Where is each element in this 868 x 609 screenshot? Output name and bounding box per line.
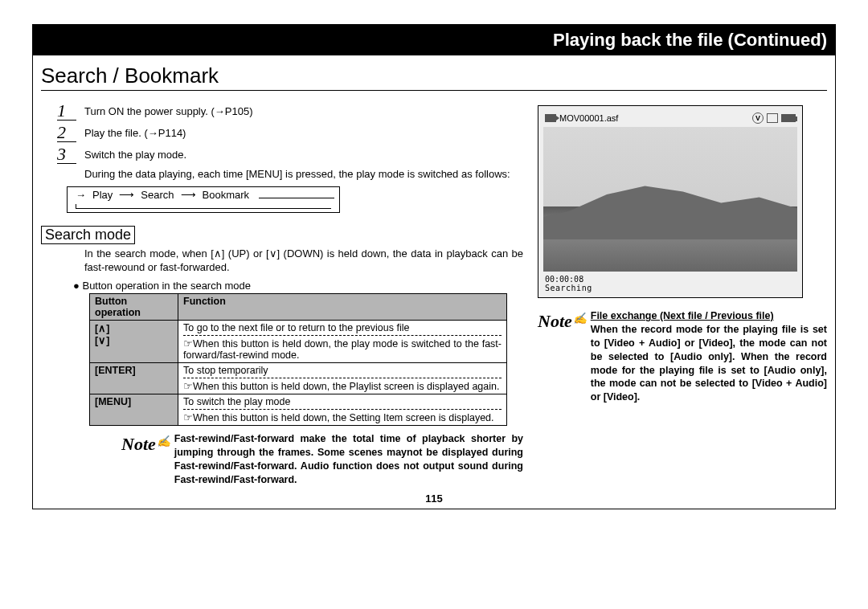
- func-menu: To switch the play mode ☞When this butto…: [178, 394, 507, 425]
- col-function: Function: [178, 293, 507, 320]
- btn-menu: [MENU]: [90, 394, 178, 425]
- step-2: 2 Play the file. (→P114): [57, 124, 523, 142]
- note-right-body: File exchange (Next file / Previous file…: [591, 309, 827, 404]
- flow-diagram: → Play ⟶ Search ⟶ Bookmark: [67, 186, 340, 213]
- note-icon: Note: [538, 309, 586, 333]
- ops-bullet: Button operation in the search mode: [73, 280, 523, 292]
- card-icon: [767, 113, 778, 123]
- col-button-op: Button operation: [90, 293, 178, 320]
- playback-time: 00:00:08: [545, 275, 796, 284]
- func-up-down: To go to the next file or to return to t…: [178, 320, 507, 362]
- step-number: 1: [57, 102, 76, 121]
- step-3: 3 Switch the play mode.: [57, 145, 523, 164]
- step-number: 3: [57, 145, 76, 164]
- step-text: Play the file. (→P114): [84, 124, 186, 139]
- step-3-sub: During the data playing, each time [MENU…: [84, 167, 523, 182]
- note-left: Note Fast-rewind/Fast-forward make the t…: [121, 432, 523, 487]
- page-number: 115: [33, 493, 835, 505]
- note-icon: Note: [121, 432, 170, 456]
- func-enter: To stop temporarily ☞When this button is…: [178, 362, 507, 394]
- screen-status-icons: V: [752, 112, 796, 124]
- screen-filename: MOV00001.asf: [545, 113, 618, 123]
- video-frame: [543, 127, 797, 272]
- flow-play: Play: [92, 189, 113, 201]
- step-1: 1 Turn ON the power supply. (→P105): [57, 102, 523, 121]
- note-right: Note File exchange (Next file / Previous…: [538, 309, 827, 404]
- search-mode-heading: Search mode: [41, 226, 135, 244]
- section-title: Search / Bookmark: [41, 63, 827, 91]
- note-right-text: When the record mode for the playing fil…: [591, 324, 827, 403]
- note-left-text: Fast-rewind/Fast-forward make the total …: [174, 432, 523, 487]
- playback-status: Searching: [545, 284, 796, 292]
- playback-screen: MOV00001.asf V 00:00:08 Searching: [538, 105, 803, 298]
- manual-page: Playing back the file (Continued) Search…: [32, 24, 836, 509]
- note-right-title: File exchange (Next file / Previous file…: [591, 310, 774, 321]
- step-number: 2: [57, 124, 76, 142]
- battery-icon: [781, 114, 796, 122]
- flow-search: Search: [141, 189, 174, 201]
- left-column: 1 Turn ON the power supply. (→P105) 2 Pl…: [41, 99, 523, 486]
- v-badge-icon: V: [752, 112, 764, 124]
- button-operations-table: Button operation Function [∧] [∨] To go …: [89, 293, 507, 426]
- flow-bookmark: Bookmark: [203, 189, 250, 201]
- btn-up-down: [∧] [∨]: [90, 320, 178, 362]
- search-mode-description: In the search mode, when [∧] (UP) or [∨]…: [84, 247, 523, 275]
- video-icon: [545, 114, 556, 122]
- step-text: Turn ON the power supply. (→P105): [84, 102, 253, 117]
- right-column: MOV00001.asf V 00:00:08 Searching: [538, 99, 827, 486]
- page-header: Playing back the file (Continued): [33, 25, 835, 55]
- step-text: Switch the play mode.: [84, 145, 186, 161]
- btn-enter: [ENTER]: [90, 362, 178, 394]
